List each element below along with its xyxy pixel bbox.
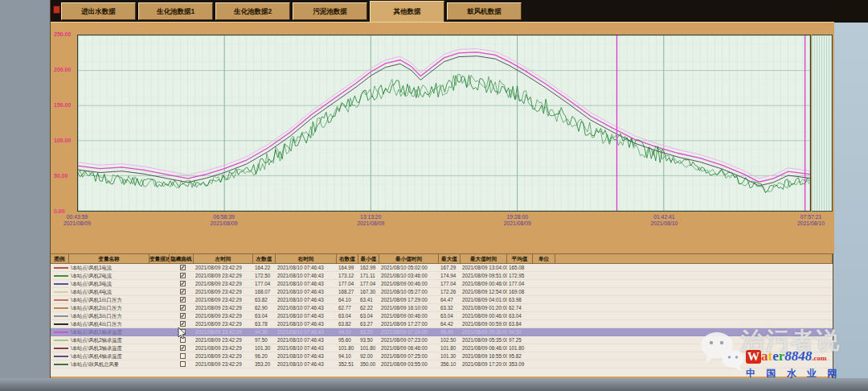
cell-value: 2021/08/09 00:46:00 xyxy=(379,312,439,319)
pen-name: \本站点\风机4电流 xyxy=(69,288,149,295)
hide-curve-checkbox[interactable]: ✓ xyxy=(180,281,186,286)
tab-bar: 进出水数据生化池数据1生化池数据2污泥池数据其他数据鼓风机数据 xyxy=(51,0,834,22)
column-header[interactable]: 最大值时间 xyxy=(461,254,507,263)
tab-1[interactable]: 进出水数据 xyxy=(61,2,136,20)
hide-curve-checkbox[interactable]: ✓ xyxy=(180,273,186,278)
tab-5[interactable]: 其他数据 xyxy=(370,1,444,22)
cell-value: 2021/08/09 16:55:00 xyxy=(461,352,507,360)
tab-4[interactable]: 污泥池数据 xyxy=(293,2,367,20)
hide-curve-checkbox[interactable]: ✓ xyxy=(180,313,186,319)
row-filler xyxy=(555,304,833,311)
cell-value: 350.00 xyxy=(358,360,379,368)
pen-color-line xyxy=(54,315,68,317)
pen-name: \本站点\风机1出口压力 xyxy=(69,296,149,303)
tab-3[interactable]: 生化池数据2 xyxy=(215,2,290,20)
cell-value: 2021/08/09 00:46:00 xyxy=(461,312,507,319)
row-filler xyxy=(555,264,833,271)
table-row[interactable]: \本站点\风机2电流✓2021/08/09 23:42:29172.502021… xyxy=(51,272,833,280)
hide-curve-checkbox[interactable]: ✓ xyxy=(180,305,186,311)
column-header[interactable]: 隐藏曲线 xyxy=(170,254,194,263)
hide-curve-checkbox[interactable]: ✓ xyxy=(180,321,186,327)
hide-curve-checkbox[interactable]: ✓ xyxy=(180,289,186,294)
cell-value: 177.04 xyxy=(337,280,358,287)
cell-value: 94.50 xyxy=(507,328,533,335)
hide-curve-checkbox[interactable]: ✓ xyxy=(180,297,186,303)
cell-value: 172.95 xyxy=(507,272,533,279)
cell-value: 171.11 xyxy=(358,272,379,279)
column-header[interactable]: 右数值 xyxy=(337,254,358,263)
cell-value: 102.50 xyxy=(439,336,461,344)
column-header[interactable]: 平均值 xyxy=(507,254,533,263)
column-header[interactable]: 最小值时间 xyxy=(379,254,439,263)
hide-curve-checkbox[interactable]: ✓ xyxy=(180,345,186,351)
table-row[interactable]: \本站点\风机3出口压力✓2021/08/09 23:42:2963.04202… xyxy=(51,312,833,320)
tab-2[interactable]: 生化池数据1 xyxy=(138,2,213,20)
column-header[interactable]: 右时间 xyxy=(276,254,337,263)
pen-color-line xyxy=(54,331,68,333)
row-filler xyxy=(555,296,833,303)
cell-value: 101.80 xyxy=(337,344,358,352)
cell-value: 2021/08/09 23:42:29 xyxy=(194,312,253,319)
cell-value xyxy=(533,352,555,360)
cell-value: 97.25 xyxy=(507,336,533,344)
hide-curve-checkbox[interactable] xyxy=(180,353,186,359)
cell-value: 167.29 xyxy=(439,264,461,271)
column-header[interactable]: 单位 xyxy=(533,254,555,263)
cell-value: 62.22 xyxy=(358,304,379,311)
cell-value: 2021/08/09 23:42:29 xyxy=(194,264,253,271)
column-header[interactable]: 最大值 xyxy=(439,254,461,263)
cell-value xyxy=(533,264,555,271)
cell-value xyxy=(533,328,555,335)
cell-value: 64.10 xyxy=(337,296,358,303)
column-header[interactable]: 左数值 xyxy=(253,254,276,263)
hide-curve-checkbox[interactable]: ✓ xyxy=(180,265,186,270)
cell-value: 2021/08/09 23:42:29 xyxy=(194,288,253,295)
cell-value: 63.82 xyxy=(337,320,358,327)
tab-6[interactable]: 鼓风机数据 xyxy=(447,2,522,20)
trend-plot[interactable] xyxy=(77,35,811,212)
cell-value: 95.82 xyxy=(507,352,533,360)
column-header[interactable]: 变量描述 xyxy=(149,254,170,263)
cell-value: 63.98 xyxy=(507,296,533,303)
screen-photo: 进出水数据生化池数据1生化池数据2污泥池数据其他数据鼓风机数据 \本站点\风机1… xyxy=(0,0,868,391)
mouse-cursor xyxy=(178,327,187,340)
cell-value: 174.94 xyxy=(439,272,461,279)
pen-name: \本站点\风机2电流 xyxy=(69,272,149,279)
cell-value: 2021/08/09 06:46:00 xyxy=(461,344,507,352)
cell-value: 177.04 xyxy=(253,280,276,287)
y-axis-tick: 0.00 xyxy=(54,208,76,214)
wechat-icon xyxy=(699,330,746,373)
pen-color-line xyxy=(54,283,68,285)
cell-value: 2021/08/09 23:42:29 xyxy=(194,344,253,352)
window-icon xyxy=(53,6,60,14)
cell-value: 177.04 xyxy=(358,280,379,287)
cell-value xyxy=(533,312,555,319)
pen-color-line xyxy=(54,267,68,269)
table-header-row: 图例变量名称变量描述隐藏曲线左时间左数值右时间右数值最小值最小值时间最大值最大值… xyxy=(51,254,833,264)
cell-value: 164.99 xyxy=(337,264,358,271)
pen-name: \本站点\风机2出口压力 xyxy=(69,304,149,311)
cell-value: 101.30 xyxy=(439,352,461,360)
hide-curve-checkbox[interactable] xyxy=(180,361,186,367)
watermark: 治污者说 Water8848.com 中 国 水 业 网 xyxy=(699,325,868,389)
column-header[interactable]: 图例 xyxy=(51,254,69,263)
cell-value: 95.60 xyxy=(337,336,358,344)
pen-name: \本站点\风机4轴承温度 xyxy=(69,352,149,360)
column-header[interactable]: 最小值 xyxy=(358,254,379,263)
table-row[interactable]: \本站点\风机2出口压力✓2021/08/09 23:42:2962.90202… xyxy=(51,304,833,312)
watermark-letter: a xyxy=(761,348,768,364)
pen-name: \本站点\风机3出口压力 xyxy=(69,312,149,319)
table-row[interactable]: \本站点\风机3电流✓2021/08/09 23:42:29177.042021… xyxy=(51,280,833,288)
cell-value: 2021/08/10 07:46:43 xyxy=(276,280,337,287)
cell-value xyxy=(533,344,555,352)
cell-value: 101.30 xyxy=(253,344,276,352)
table-row[interactable]: \本站点\风机4电流✓2021/08/09 23:42:29168.072021… xyxy=(51,288,833,296)
table-row[interactable]: \本站点\风机1电流✓2021/08/09 23:42:29164.222021… xyxy=(51,264,833,272)
table-row[interactable]: \本站点\风机1出口压力✓2021/08/09 23:42:2963.82202… xyxy=(51,296,833,304)
cell-value: 2021/08/09 23:42:29 xyxy=(194,320,253,327)
column-header[interactable]: 左时间 xyxy=(194,254,253,263)
column-header[interactable]: 变量名称 xyxy=(69,254,149,263)
watermark-letter: e xyxy=(772,348,779,364)
cell-value: 2021/08/09 00:46:00 xyxy=(379,280,439,287)
cell-value: 2021/08/09 17:20:00 xyxy=(461,360,507,368)
